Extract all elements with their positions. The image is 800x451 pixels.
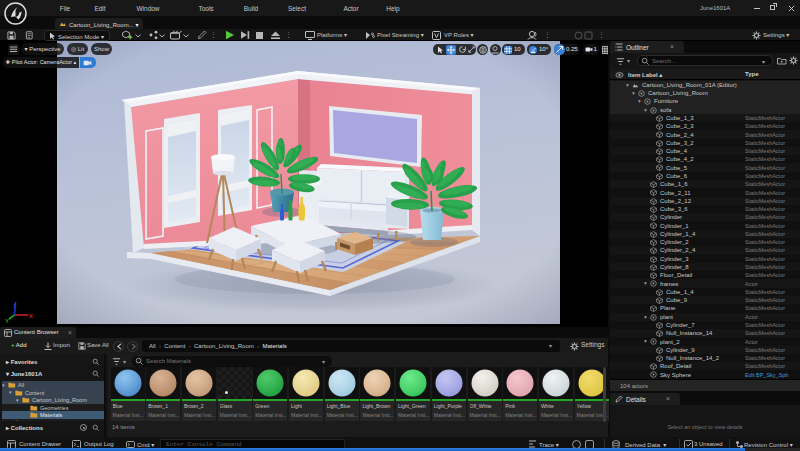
svg-text:X: X [29,313,33,319]
svg-text:Y: Y [5,318,9,323]
svg-text:Z: Z [13,303,17,309]
